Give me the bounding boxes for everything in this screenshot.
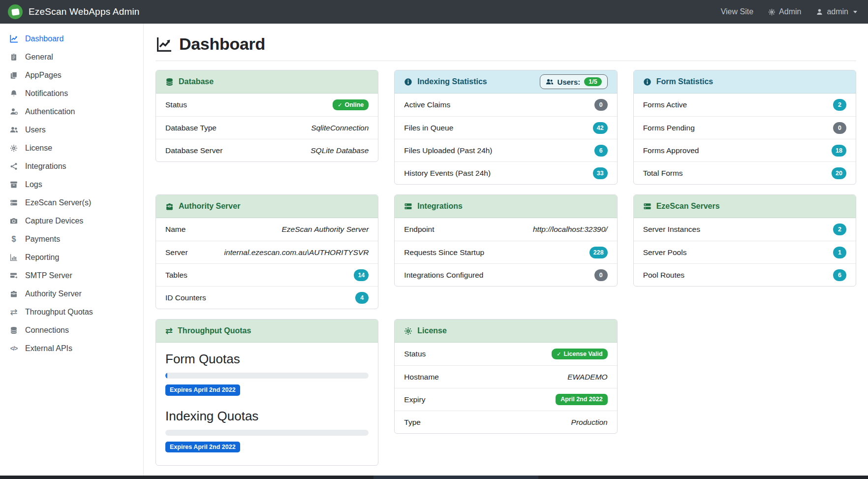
count-badge: 0 <box>594 99 608 111</box>
people-icon <box>546 78 554 86</box>
indexing-statistics-header: Indexing Statistics Users: 1/5 <box>395 70 617 94</box>
card-title: Integrations <box>417 202 463 211</box>
sidebar-item-label: Authentication <box>25 107 75 116</box>
card-title: Indexing Statistics <box>417 77 487 86</box>
database-server-row: Database Server SQLite Database <box>156 139 378 161</box>
sidebar-item-label: Throughput Quotas <box>25 308 93 317</box>
row-value: SqliteConnection <box>311 124 369 132</box>
chevron-down-icon <box>853 11 857 13</box>
count-badge: 6 <box>833 269 846 281</box>
integrations-header: Integrations <box>395 195 617 218</box>
toolbox-icon <box>9 290 19 298</box>
sidebar: Dashboard General AppPages Notifications… <box>0 24 144 479</box>
share-icon <box>9 162 19 170</box>
check-icon: ✓ <box>557 351 561 357</box>
sidebar-item-users[interactable]: Users <box>0 121 143 139</box>
active-claims-row: Active Claims 0 <box>395 94 617 116</box>
authority-tables-row: Tables 14 <box>156 263 378 286</box>
taskbar-edge <box>0 476 868 479</box>
sidebar-item-throughput-quotas[interactable]: ⇄ Throughput Quotas <box>0 303 143 321</box>
row-label: Status <box>165 100 187 109</box>
sidebar-item-notifications[interactable]: Notifications <box>0 84 143 102</box>
indexing-quotas-heading: Indexing Quotas <box>165 409 369 424</box>
integrations-configured-row: Integrations Configured 0 <box>395 263 617 286</box>
sidebar-item-authority-server[interactable]: Authority Server <box>0 285 143 303</box>
sidebar-item-apppages[interactable]: AppPages <box>0 66 143 84</box>
card-title: EzeScan Servers <box>656 202 720 211</box>
row-label: Expiry <box>404 395 425 404</box>
license-header: License <box>395 319 617 343</box>
sidebar-item-dashboard[interactable]: Dashboard <box>0 30 143 48</box>
sidebar-item-connections[interactable]: Connections <box>0 321 143 339</box>
row-label: Files Uploaded (Past 24h) <box>404 146 492 155</box>
sidebar-item-capture-devices[interactable]: Capture Devices <box>0 212 143 230</box>
bar-chart-icon <box>9 254 19 261</box>
row-value: http://localhost:32390/ <box>533 225 608 234</box>
row-value: EzeScan Authority Server <box>281 225 369 234</box>
license-status-row: Status ✓License Valid <box>395 343 617 365</box>
files-uploaded-row: Files Uploaded (Past 24h) 6 <box>395 139 617 161</box>
count-badge: 42 <box>593 122 608 134</box>
chart-line-icon <box>156 36 172 52</box>
user-menu[interactable]: admin <box>816 7 857 16</box>
admin-link[interactable]: Admin <box>768 7 801 16</box>
row-value: SQLite Database <box>310 146 369 155</box>
sidebar-item-license[interactable]: License <box>0 139 143 157</box>
dashboard-grid: Database Status ✓Online Database Type Sq… <box>155 70 856 466</box>
users-count-button[interactable]: Users: 1/5 <box>540 74 608 90</box>
count-badge: 18 <box>832 145 846 157</box>
clipboard-icon <box>9 53 19 61</box>
sidebar-item-integrations[interactable]: Integrations <box>0 157 143 175</box>
app-brand: EzeScan WebApps Admin <box>0 4 144 19</box>
sidebar-item-general[interactable]: General <box>0 48 143 66</box>
user-label: admin <box>827 7 848 16</box>
row-label: Endpoint <box>404 225 434 234</box>
person-badge-icon <box>9 107 19 116</box>
row-label: Forms Pending <box>643 124 695 132</box>
sidebar-item-logs[interactable]: Logs <box>0 175 143 193</box>
row-label: Server Pools <box>643 248 687 257</box>
row-value: Production <box>571 418 608 427</box>
database-status-row: Status ✓Online <box>156 94 378 116</box>
sidebar-item-payments[interactable]: $ Payments <box>0 230 143 248</box>
indexing-quotas-expiry-badge: Expires April 2nd 2022 <box>165 442 240 453</box>
sidebar-item-ezescan-servers[interactable]: EzeScan Server(s) <box>0 193 143 212</box>
license-expiry-row: Expiry April 2nd 2022 <box>395 388 617 411</box>
card-title: Throughput Quotas <box>178 326 251 335</box>
authority-idcounters-row: ID Counters 4 <box>156 286 378 309</box>
authority-host-row: Server internal.ezescan.com.au\AUTHORITY… <box>156 241 378 263</box>
row-label: History Events (Past 24h) <box>404 169 491 178</box>
archive-icon <box>9 181 19 189</box>
sidebar-item-authentication[interactable]: Authentication <box>0 102 143 121</box>
throughput-quotas-body: Form Quotas Expires April 2nd 2022 Index… <box>156 343 378 465</box>
sidebar-item-label: Connections <box>25 326 69 335</box>
row-label: Total Forms <box>643 169 683 178</box>
database-type-row: Database Type SqliteConnection <box>156 116 378 139</box>
row-label: Server Instances <box>643 225 700 234</box>
chart-line-icon <box>9 34 19 43</box>
topbar: EzeScan WebApps Admin View Site Admin ad… <box>0 0 868 24</box>
server-instances-row: Server Instances 2 <box>634 218 856 241</box>
sidebar-item-external-apis[interactable]: </> External APIs <box>0 339 143 357</box>
sidebar-item-label: External APIs <box>25 344 72 353</box>
count-badge: 0 <box>833 122 846 134</box>
arrows-icon: ⇄ <box>165 326 173 335</box>
card-title: Authority Server <box>179 202 240 211</box>
authority-server-card: Authority Server Name EzeScan Authority … <box>155 194 378 309</box>
view-site-link[interactable]: View Site <box>721 7 753 16</box>
users-label: Users: <box>558 78 581 86</box>
row-label: Hostname <box>404 373 439 382</box>
sidebar-item-reporting[interactable]: Reporting <box>0 248 143 266</box>
count-badge: 20 <box>832 167 846 179</box>
sidebar-item-label: Notifications <box>25 89 68 98</box>
sidebar-item-smtp-server[interactable]: SMTP Server <box>0 266 143 285</box>
pages-icon <box>9 71 19 79</box>
code-icon: </> <box>9 346 19 351</box>
form-quotas-progress-fill <box>165 373 167 379</box>
server-icon <box>643 202 651 211</box>
database-card-header: Database <box>156 70 378 94</box>
server-out-icon <box>9 272 19 280</box>
bell-icon <box>9 90 19 97</box>
sidebar-item-label: SMTP Server <box>25 271 72 280</box>
row-label: Status <box>404 350 426 358</box>
